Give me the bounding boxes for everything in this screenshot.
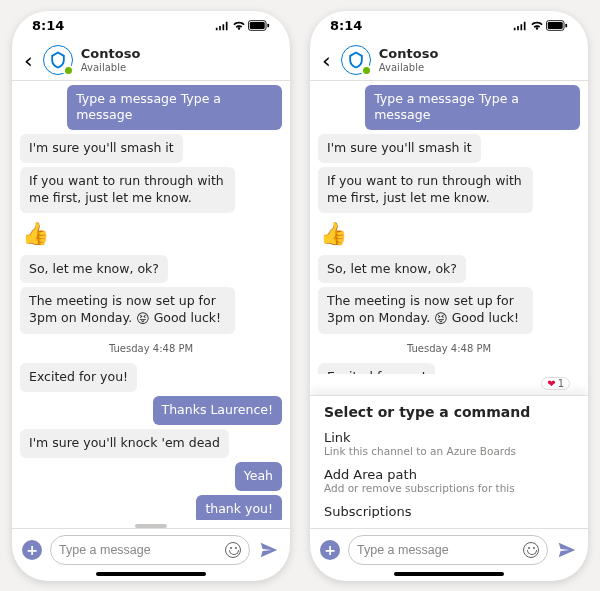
phone-left: 8:14 ‹ Contoso Available Type a message … — [12, 11, 290, 581]
status-icons — [513, 20, 568, 31]
message-input-box[interactable] — [348, 535, 548, 565]
back-button[interactable]: ‹ — [320, 48, 333, 73]
message-sent[interactable]: Thanks Laurence! — [153, 396, 282, 425]
emoji-icon[interactable] — [523, 542, 539, 558]
command-title: Add Area path — [324, 467, 574, 482]
status-time: 8:14 — [330, 18, 362, 33]
composer: + — [12, 528, 290, 569]
status-time: 8:14 — [32, 18, 64, 33]
message-received[interactable]: Excited for you! — [20, 363, 137, 392]
status-icons — [215, 20, 270, 31]
send-icon[interactable] — [258, 539, 280, 561]
message-received[interactable]: I'm sure you'll smash it — [20, 134, 183, 163]
presence-label: Available — [81, 62, 141, 73]
command-title: Subscriptions — [324, 504, 574, 518]
message-sent[interactable]: Type a message Type a message — [365, 85, 580, 131]
battery-icon — [546, 20, 568, 31]
message-emoji[interactable]: 👍 — [318, 217, 349, 251]
add-button[interactable]: + — [22, 540, 42, 560]
emoji-icon[interactable] — [225, 542, 241, 558]
timestamp: Tuesday 4:48 PM — [318, 342, 580, 356]
reaction-count: 1 — [558, 378, 564, 389]
chat-header: ‹ Contoso Available — [12, 41, 290, 81]
command-subtitle: Link this channel to an Azure Boards — [324, 445, 574, 457]
command-sheet-title: Select or type a command — [324, 404, 574, 420]
heart-icon: ❤ — [547, 378, 555, 389]
message-list[interactable]: Type a message Type a messageI'm sure yo… — [310, 81, 588, 374]
message-received[interactable]: If you want to run through with me first… — [20, 167, 235, 213]
header-text[interactable]: Contoso Available — [81, 47, 141, 72]
avatar[interactable] — [341, 45, 371, 75]
message-sent[interactable]: Yeah — [235, 462, 282, 491]
presence-label: Available — [379, 62, 439, 73]
message-received[interactable]: So, let me know, ok? — [20, 255, 168, 284]
message-input[interactable] — [357, 543, 517, 557]
add-button[interactable]: + — [320, 540, 340, 560]
status-bar: 8:14 — [310, 11, 588, 41]
command-title: Link — [324, 430, 574, 445]
command-item[interactable]: Link Link this channel to an Azure Board… — [324, 430, 574, 457]
command-sheet: Select or type a command Link Link this … — [310, 395, 588, 528]
wifi-icon — [530, 21, 544, 31]
status-bar: 8:14 — [12, 11, 290, 41]
message-input[interactable] — [59, 543, 219, 557]
svg-rect-1 — [250, 22, 265, 29]
svg-rect-4 — [548, 22, 563, 29]
header-text[interactable]: Contoso Available — [379, 47, 439, 72]
message-list[interactable]: Type a message Type a messageI'm sure yo… — [12, 81, 290, 520]
phone-right: 8:14 ‹ Contoso Available Type a message … — [310, 11, 588, 581]
chat-name: Contoso — [379, 47, 439, 61]
message-input-box[interactable] — [50, 535, 250, 565]
message-sent[interactable]: Type a message Type a message — [67, 85, 282, 131]
command-item[interactable]: Add Area path Add or remove subscription… — [324, 467, 574, 494]
message-received[interactable]: The meeting is now set up for 3pm on Mon… — [20, 287, 235, 333]
cellular-icon — [215, 21, 230, 31]
message-received[interactable]: The meeting is now set up for 3pm on Mon… — [318, 287, 533, 333]
home-indicator[interactable] — [96, 572, 206, 576]
svg-rect-2 — [267, 24, 269, 28]
message-sent[interactable]: thank you! — [196, 495, 282, 520]
battery-icon — [248, 20, 270, 31]
message-received[interactable]: Excited for you! — [318, 363, 435, 373]
svg-rect-5 — [565, 24, 567, 28]
chat-name: Contoso — [81, 47, 141, 61]
chat-header: ‹ Contoso Available — [310, 41, 588, 81]
cellular-icon — [513, 21, 528, 31]
message-received[interactable]: I'm sure you'll knock 'em dead — [20, 429, 229, 458]
composer: + — [310, 528, 588, 569]
back-button[interactable]: ‹ — [22, 48, 35, 73]
presence-dot — [361, 65, 372, 76]
wifi-icon — [232, 21, 246, 31]
command-subtitle: Add or remove subscriptions for this — [324, 482, 574, 494]
message-emoji[interactable]: 👍 — [20, 217, 51, 251]
message-received[interactable]: So, let me know, ok? — [318, 255, 466, 284]
send-icon[interactable] — [556, 539, 578, 561]
message-received[interactable]: If you want to run through with me first… — [318, 167, 533, 213]
command-item[interactable]: Subscriptions — [324, 504, 574, 518]
presence-dot — [63, 65, 74, 76]
avatar[interactable] — [43, 45, 73, 75]
reaction-chip[interactable]: ❤1 — [531, 372, 580, 395]
message-received[interactable]: I'm sure you'll smash it — [318, 134, 481, 163]
home-indicator[interactable] — [394, 572, 504, 576]
timestamp: Tuesday 4:48 PM — [20, 342, 282, 356]
